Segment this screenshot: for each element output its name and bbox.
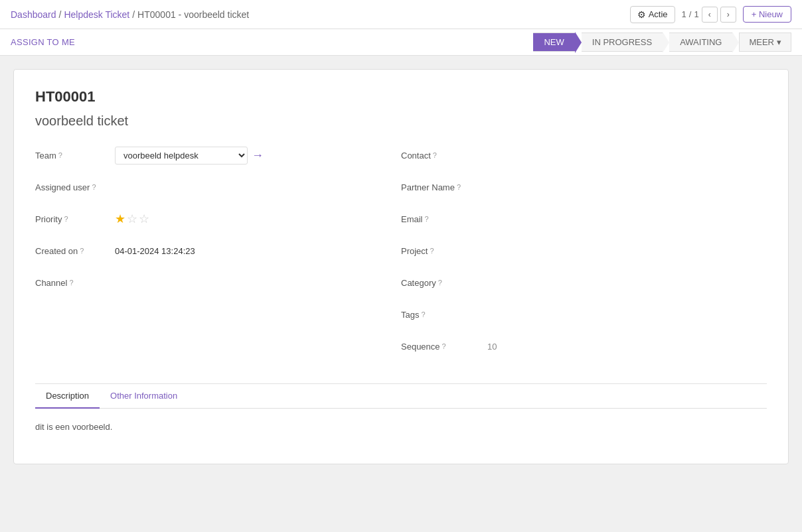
step-in-progress-label: IN PROGRESS — [592, 37, 652, 47]
breadcrumb: Dashboard / Helpdesk Ticket / HT00001 - … — [11, 9, 249, 20]
email-label: Email ? — [401, 214, 487, 224]
priority-label: Priority ? — [35, 214, 115, 224]
sequence-value[interactable]: 10 — [487, 342, 754, 352]
category-help-icon[interactable]: ? — [438, 279, 442, 287]
pagination: 1 / 1 ‹ › — [682, 7, 736, 23]
sequence-help-icon[interactable]: ? — [442, 342, 446, 350]
tabs-section: Description Other Information dit is een… — [35, 383, 767, 445]
gear-icon: ⚙ — [637, 9, 646, 20]
tab-description-content: dit is een voorbeeld. — [35, 409, 767, 445]
status-steps: NEW IN PROGRESS AWAITING MEER ▾ — [533, 33, 791, 52]
ticket-title: voorbeeld ticket — [35, 113, 767, 129]
breadcrumb-dashboard[interactable]: Dashboard — [11, 9, 56, 20]
channel-help-icon[interactable]: ? — [69, 279, 73, 287]
partner-name-help-icon[interactable]: ? — [457, 183, 461, 191]
channel-label: Channel ? — [35, 278, 115, 288]
team-select[interactable]: voorbeeld helpdesk — [115, 147, 248, 165]
pagination-current: 1 — [682, 9, 686, 19]
form-grid: Team ? voorbeeld helpdesk → Assigned use… — [35, 145, 767, 367]
form-left: Team ? voorbeeld helpdesk → Assigned use… — [35, 145, 401, 367]
sequence-label: Sequence ? — [401, 342, 487, 352]
team-row: Team ? voorbeeld helpdesk → — [35, 145, 388, 166]
assign-to-me-link[interactable]: ASSIGN TO ME — [11, 37, 75, 47]
team-select-wrapper: voorbeeld helpdesk → — [115, 147, 388, 165]
tags-row: Tags ? — [401, 304, 754, 325]
priority-stars: ★ ☆ ☆ — [115, 212, 149, 226]
step-new[interactable]: NEW — [533, 33, 574, 52]
tabs-nav: Description Other Information — [35, 384, 767, 409]
step-in-progress[interactable]: IN PROGRESS — [582, 33, 663, 52]
email-row: Email ? — [401, 208, 754, 230]
pagination-sep: / — [689, 9, 692, 19]
top-bar-actions: ⚙ Actie 1 / 1 ‹ › + Nieuw — [630, 6, 791, 23]
team-arrow-button[interactable]: → — [252, 149, 264, 163]
project-label: Project ? — [401, 246, 487, 256]
status-bar: ASSIGN TO ME NEW IN PROGRESS AWAITING ME… — [0, 29, 802, 56]
breadcrumb-current: HT00001 - voorbeeld ticket — [137, 9, 249, 20]
ticket-id: HT00001 — [35, 88, 767, 105]
created-on-label: Created on ? — [35, 246, 115, 256]
tab-description[interactable]: Description — [35, 384, 100, 409]
priority-row: Priority ? ★ ☆ ☆ — [35, 208, 388, 230]
contact-row: Contact ? — [401, 145, 754, 166]
contact-help-icon[interactable]: ? — [433, 151, 437, 159]
assigned-user-label: Assigned user ? — [35, 182, 115, 192]
tags-label: Tags ? — [401, 310, 487, 320]
actie-button[interactable]: ⚙ Actie — [630, 6, 675, 23]
breadcrumb-helpdesk[interactable]: Helpdesk Ticket — [64, 9, 129, 20]
main-content: HT00001 voorbeeld ticket Team ? voorbeel… — [0, 56, 802, 478]
team-help-icon[interactable]: ? — [58, 151, 62, 159]
created-on-value: 04-01-2024 13:24:23 — [115, 246, 388, 256]
chevron-down-icon: ▾ — [777, 37, 781, 47]
pagination-next[interactable]: › — [720, 7, 736, 23]
project-row: Project ? — [401, 240, 754, 261]
ticket-card: HT00001 voorbeeld ticket Team ? voorbeel… — [13, 69, 789, 464]
actie-label: Actie — [649, 9, 668, 19]
category-label: Category ? — [401, 278, 487, 288]
partner-name-row: Partner Name ? — [401, 176, 754, 198]
tags-help-icon[interactable]: ? — [421, 310, 425, 318]
assigned-user-row: Assigned user ? — [35, 176, 388, 198]
assigned-user-help-icon[interactable]: ? — [92, 183, 96, 191]
star-1[interactable]: ★ — [115, 212, 125, 226]
tab-other-information[interactable]: Other Information — [100, 384, 188, 409]
created-on-row: Created on ? 04-01-2024 13:24:23 — [35, 240, 388, 261]
contact-label: Contact ? — [401, 151, 487, 161]
top-bar: Dashboard / Helpdesk Ticket / HT00001 - … — [0, 0, 802, 29]
email-help-icon[interactable]: ? — [425, 215, 429, 223]
step-new-label: NEW — [544, 37, 564, 47]
pagination-total: 1 — [694, 9, 698, 19]
meer-label: MEER — [749, 37, 774, 47]
created-on-help-icon[interactable]: ? — [80, 247, 84, 255]
form-right: Contact ? Partner Name ? Email — [401, 145, 767, 367]
step-awaiting[interactable]: AWAITING — [669, 33, 732, 52]
project-help-icon[interactable]: ? — [430, 247, 434, 255]
partner-name-label: Partner Name ? — [401, 182, 487, 192]
category-row: Category ? — [401, 272, 754, 293]
nieuw-button[interactable]: + Nieuw — [743, 6, 791, 23]
channel-row: Channel ? — [35, 272, 388, 293]
meer-button[interactable]: MEER ▾ — [739, 33, 791, 52]
team-label: Team ? — [35, 151, 115, 161]
breadcrumb-sep2: / — [132, 9, 135, 20]
star-3[interactable]: ☆ — [139, 212, 149, 226]
star-2[interactable]: ☆ — [127, 212, 137, 226]
pagination-prev[interactable]: ‹ — [702, 7, 718, 23]
breadcrumb-sep1: / — [59, 9, 62, 20]
priority-help-icon[interactable]: ? — [64, 215, 68, 223]
step-awaiting-label: AWAITING — [680, 37, 722, 47]
sequence-row: Sequence ? 10 — [401, 336, 754, 357]
